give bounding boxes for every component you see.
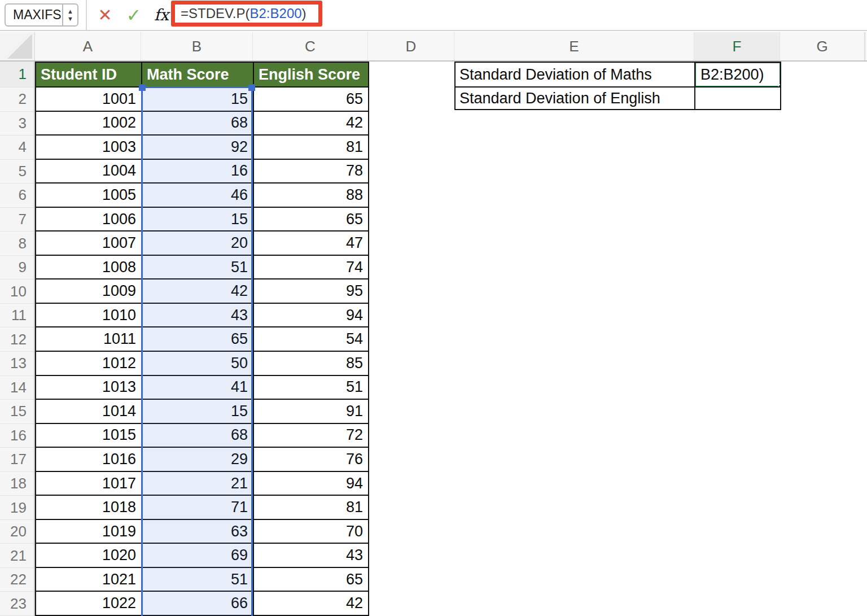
cell-student-id[interactable]: 1006 (36, 207, 142, 231)
stats-label-english[interactable]: Standard Deviation of English (455, 87, 695, 110)
row-header-16[interactable]: 16 (0, 424, 34, 448)
cell-student-id[interactable]: 1001 (36, 87, 142, 111)
name-box-value[interactable]: MAXIFS (6, 5, 62, 25)
cell-math-score[interactable]: 51 (142, 567, 253, 592)
row-header-23[interactable]: 23 (0, 592, 34, 616)
cell-math-score[interactable]: 15 (142, 399, 253, 423)
cell-math-score[interactable]: 41 (142, 375, 253, 400)
row-header-14[interactable]: 14 (0, 376, 34, 400)
cell-english-score[interactable]: 95 (253, 279, 369, 303)
row-header-13[interactable]: 13 (0, 352, 34, 376)
cell-math-score[interactable]: 68 (142, 111, 253, 136)
cell-math-score[interactable]: 92 (142, 135, 253, 159)
formula-input-annotated[interactable]: =STDEV.P(B2:B200) (171, 1, 322, 27)
cell-math-score[interactable]: 65 (142, 327, 253, 351)
cell-math-score[interactable]: 68 (142, 423, 253, 448)
cell-student-id[interactable]: 1018 (36, 495, 142, 519)
cell-math-score[interactable]: 43 (142, 303, 253, 327)
cell-english-score[interactable]: 81 (253, 495, 369, 519)
cell-student-id[interactable]: 1007 (36, 231, 142, 255)
cell-student-id[interactable]: 1015 (36, 423, 142, 448)
cell-english-score[interactable]: 94 (253, 471, 369, 496)
cell-student-id[interactable]: 1009 (36, 279, 142, 303)
spinner-down-icon[interactable]: ▼ (67, 16, 73, 21)
confirm-icon[interactable]: ✓ (120, 0, 148, 30)
name-box-spinner[interactable]: ▲ ▼ (62, 5, 77, 25)
cell-english-score[interactable]: 51 (253, 375, 369, 400)
cell-student-id[interactable]: 1005 (36, 183, 142, 207)
row-header-4[interactable]: 4 (0, 136, 34, 160)
name-box[interactable]: MAXIFS ▲ ▼ (5, 3, 78, 27)
cell-student-id[interactable]: 1020 (36, 543, 142, 567)
row-header-11[interactable]: 11 (0, 304, 34, 328)
cell-english-score[interactable]: 85 (253, 351, 369, 375)
cell-english-score[interactable]: 65 (253, 87, 369, 111)
row-header-3[interactable]: 3 (0, 112, 34, 136)
row-header-5[interactable]: 5 (0, 160, 34, 184)
column-header-g[interactable]: G (780, 32, 865, 60)
cell-student-id[interactable]: 1019 (36, 519, 142, 544)
row-header-9[interactable]: 9 (0, 256, 34, 280)
cell-english-score[interactable]: 47 (253, 231, 369, 255)
column-header-a[interactable]: A (35, 32, 141, 60)
stats-label-maths[interactable]: Standard Deviation of Maths (455, 62, 695, 87)
cancel-icon[interactable]: ✕ (92, 0, 118, 30)
cell-student-id[interactable]: 1012 (36, 351, 142, 375)
row-header-6[interactable]: 6 (0, 184, 34, 208)
cell-math-score[interactable]: 42 (142, 279, 253, 303)
row-header-7[interactable]: 7 (0, 208, 34, 232)
column-header-b[interactable]: B (141, 32, 253, 60)
row-header-19[interactable]: 19 (0, 496, 34, 520)
row-header-21[interactable]: 21 (0, 544, 34, 568)
cell-english-score[interactable]: 81 (253, 135, 369, 159)
cell-english-score[interactable]: 78 (253, 159, 369, 184)
row-header-12[interactable]: 12 (0, 327, 34, 352)
column-header-d[interactable]: D (368, 32, 454, 60)
cell-math-score[interactable]: 50 (142, 351, 253, 375)
cell-english-score[interactable]: 72 (253, 423, 369, 448)
row-header-15[interactable]: 15 (0, 400, 34, 424)
cell-english-score[interactable]: 42 (253, 591, 369, 615)
cell-math-score[interactable]: 69 (142, 543, 253, 567)
cell-english-score[interactable]: 65 (253, 207, 369, 231)
header-cell-student-id[interactable]: Student ID (36, 62, 142, 87)
cell-english-score[interactable]: 70 (253, 519, 369, 544)
column-header-c[interactable]: C (253, 32, 368, 60)
stats-value-english[interactable] (695, 87, 781, 110)
header-cell-english-score[interactable]: English Score (253, 62, 369, 87)
column-header-f[interactable]: F (694, 32, 780, 60)
cell-student-id[interactable]: 1008 (36, 255, 142, 279)
spinner-up-icon[interactable]: ▲ (67, 8, 73, 14)
cell-student-id[interactable]: 1013 (36, 375, 142, 400)
cell-student-id[interactable]: 1021 (36, 567, 142, 592)
cell-english-score[interactable]: 94 (253, 303, 369, 327)
cell-student-id[interactable]: 1014 (36, 399, 142, 423)
cell-student-id[interactable]: 1022 (36, 591, 142, 615)
row-header-18[interactable]: 18 (0, 472, 34, 496)
cell-math-score[interactable]: 21 (142, 471, 253, 496)
cell-student-id[interactable]: 1004 (36, 159, 142, 184)
cell-math-score[interactable]: 66 (142, 591, 253, 615)
cell-math-score[interactable]: 15 (142, 87, 253, 111)
active-cell-f1[interactable]: B2:B200) (695, 62, 781, 87)
cell-math-score[interactable]: 15 (142, 207, 253, 231)
row-header-1[interactable]: 1 (0, 62, 34, 88)
cell-student-id[interactable]: 1016 (36, 447, 142, 471)
cell-math-score[interactable]: 46 (142, 183, 253, 207)
cell-english-score[interactable]: 76 (253, 447, 369, 471)
column-header-e[interactable]: E (454, 32, 694, 60)
cell-student-id[interactable]: 1017 (36, 471, 142, 496)
cell-english-score[interactable]: 88 (253, 183, 369, 207)
fill-handle[interactable] (778, 84, 781, 87)
row-header-8[interactable]: 8 (0, 231, 34, 256)
insert-function-icon[interactable]: fx (150, 0, 173, 30)
cell-student-id[interactable]: 1003 (36, 135, 142, 159)
cell-student-id[interactable]: 1002 (36, 111, 142, 136)
cell-math-score[interactable]: 16 (142, 159, 253, 184)
cell-english-score[interactable]: 65 (253, 567, 369, 592)
cell-english-score[interactable]: 42 (253, 111, 369, 136)
header-cell-math-score[interactable]: Math Score (142, 62, 253, 87)
cell-english-score[interactable]: 74 (253, 255, 369, 279)
row-header-22[interactable]: 22 (0, 568, 34, 592)
row-header-17[interactable]: 17 (0, 448, 34, 472)
